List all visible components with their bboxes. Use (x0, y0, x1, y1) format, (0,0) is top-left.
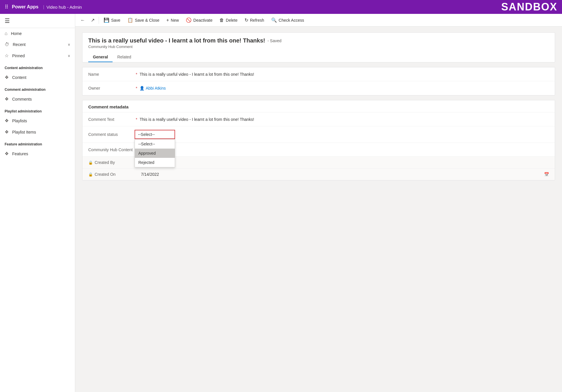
section-comment-admin: Comment administration (0, 83, 75, 93)
refresh-icon: ↻ (245, 17, 248, 23)
owner-label: Owner (88, 86, 135, 90)
comment-status-dropdown-menu: --Select-- Approved Rejected (135, 139, 175, 167)
sidebar-item-comments-label: Comments (12, 97, 32, 101)
created-on-value: 7/14/2022 (141, 172, 544, 177)
comment-status-row: Comment status --Select--ApprovedRejecte… (82, 126, 555, 143)
dropdown-option-approved[interactable]: Approved (135, 149, 175, 158)
comment-text-value: This is a really useful video - I learnt… (139, 117, 549, 122)
sidebar-item-playlists-label: Playlists (12, 119, 27, 123)
sidebar: ☰ ⌂ Home ⏱ Recent ∨ ☆ Pinned ∨ Content a… (0, 14, 75, 392)
created-on-row: 🔒 Created On 7/14/2022 📅 (82, 169, 555, 180)
pin-icon: ☆ (5, 53, 9, 58)
chevron-down-icon: ∨ (68, 42, 70, 47)
sidebar-item-home[interactable]: ⌂ Home (0, 28, 75, 39)
recent-icon: ⏱ (5, 42, 9, 47)
section-playlist-admin: Playlist administration (0, 105, 75, 115)
check-access-icon: 🔍 (271, 17, 277, 23)
comments-icon: ❖ (5, 96, 9, 102)
sidebar-item-playlist-items[interactable]: ❖ Playlist Items (0, 126, 75, 138)
sidebar-item-pinned[interactable]: ☆ Pinned ∨ (0, 50, 75, 61)
sidebar-item-playlists[interactable]: ❖ Playlists (0, 115, 75, 126)
sidebar-item-playlist-items-label: Playlist Items (12, 130, 36, 134)
module-name: Video hub - Admin (47, 5, 82, 10)
owner-field-row: Owner * 👤 Abbi Atkins (82, 81, 555, 95)
new-button[interactable]: + New (163, 16, 182, 25)
saved-badge: - Saved (267, 38, 281, 43)
sandbox-label: SANDBOX (501, 1, 557, 13)
comment-status-field: --Select--ApprovedRejected --Select-- Ap… (135, 130, 549, 139)
comment-status-dropdown-wrapper: --Select--ApprovedRejected --Select-- Ap… (135, 130, 175, 139)
lock-icon: 🔒 (88, 160, 93, 165)
main-layout: ☰ ⌂ Home ⏱ Recent ∨ ☆ Pinned ∨ Content a… (0, 14, 562, 392)
section-feature-admin: Feature administration (0, 138, 75, 148)
name-value: This is a really useful video - I learnt… (139, 72, 549, 77)
dropdown-option-select[interactable]: --Select-- (135, 139, 175, 149)
comment-text-label: Comment Text (88, 117, 135, 122)
comment-status-label: Comment status (88, 132, 135, 137)
check-access-button[interactable]: 🔍 Check Access (268, 16, 308, 25)
created-by-label: Created By (95, 160, 141, 165)
dropdown-option-rejected[interactable]: Rejected (135, 158, 175, 167)
sidebar-item-recent[interactable]: ⏱ Recent ∨ (0, 39, 75, 50)
created-by-value: 👤 Abbi Atkins (141, 160, 549, 165)
playlist-items-icon: ❖ (5, 129, 9, 135)
deactivate-button[interactable]: 🚫 Deactivate (182, 16, 216, 25)
deactivate-icon: 🚫 (186, 17, 192, 23)
save-close-button[interactable]: 📋 Save & Close (124, 16, 163, 25)
sidebar-item-recent-label: Recent (13, 42, 25, 47)
delete-icon: 🗑 (219, 18, 224, 23)
chevron-down-icon: ∨ (68, 54, 70, 58)
save-close-icon: 📋 (127, 17, 133, 23)
section-content-admin: Content administration (0, 61, 75, 72)
sidebar-item-comments[interactable]: ❖ Comments (0, 93, 75, 105)
name-label: Name (88, 72, 135, 77)
created-on-label: Created On (95, 172, 141, 177)
owner-link[interactable]: 👤 Abbi Atkins (139, 86, 549, 90)
app-name: Power Apps (12, 4, 38, 10)
record-title-text: This is a really useful video - I learnt… (88, 37, 265, 44)
calendar-icon[interactable]: 📅 (544, 172, 549, 177)
tabs-bar: General Related (88, 52, 549, 62)
comment-text-row: Comment Text * This is a really useful v… (82, 112, 555, 126)
top-nav: ⠿ Power Apps | Video hub - Admin SANDBOX (0, 0, 562, 14)
lock-icon-2: 🔒 (88, 172, 93, 177)
general-fields-section: Name * This is a really useful video - I… (82, 67, 555, 95)
tab-related[interactable]: Related (113, 52, 136, 62)
name-field-row: Name * This is a really useful video - I… (82, 67, 555, 81)
sidebar-item-content[interactable]: ❖ Content (0, 72, 75, 83)
features-icon: ❖ (5, 151, 9, 156)
home-icon: ⌂ (5, 31, 8, 36)
record-title: This is a really useful video - I learnt… (88, 37, 549, 44)
sidebar-item-home-label: Home (11, 31, 22, 36)
new-icon: + (166, 18, 169, 23)
record-header-section: This is a really useful video - I learnt… (82, 32, 555, 62)
comment-status-select[interactable]: --Select--ApprovedRejected (135, 130, 175, 139)
open-new-tab-button[interactable]: ↗ (88, 16, 98, 25)
hamburger-icon[interactable]: ☰ (5, 17, 10, 24)
person-icon: 👤 (139, 86, 144, 90)
comment-metadata-title: Comment metadata (82, 100, 555, 112)
comment-metadata-section: Comment metadata Comment Text * This is … (82, 100, 555, 180)
command-bar: ← ↗ 💾 Save 📋 Save & Close + New 🚫 Deacti… (75, 14, 562, 27)
content-icon: ❖ (5, 75, 9, 80)
playlists-icon: ❖ (5, 118, 9, 123)
owner-value: 👤 Abbi Atkins (139, 86, 549, 90)
created-by-link[interactable]: 👤 Abbi Atkins (141, 160, 549, 165)
refresh-button[interactable]: ↻ Refresh (241, 16, 268, 25)
waffle-icon[interactable]: ⠿ (5, 4, 8, 10)
sidebar-item-content-label: Content (12, 75, 26, 80)
content-area: ← ↗ 💾 Save 📋 Save & Close + New 🚫 Deacti… (75, 14, 562, 392)
sidebar-item-features[interactable]: ❖ Features (0, 148, 75, 159)
save-icon: 💾 (104, 17, 109, 23)
owner-name: Abbi Atkins (146, 86, 166, 90)
owner-required-star: * (136, 86, 137, 90)
sidebar-item-features-label: Features (12, 151, 28, 156)
save-button[interactable]: 💾 Save (100, 16, 124, 25)
sidebar-top-bar: ☰ (0, 14, 75, 28)
nav-divider: | (43, 5, 44, 9)
tab-general[interactable]: General (88, 52, 113, 62)
record-subtitle: Community Hub Comment (88, 45, 549, 49)
name-required-star: * (136, 72, 137, 77)
delete-button[interactable]: 🗑 Delete (216, 16, 241, 25)
back-button[interactable]: ← (78, 16, 88, 25)
